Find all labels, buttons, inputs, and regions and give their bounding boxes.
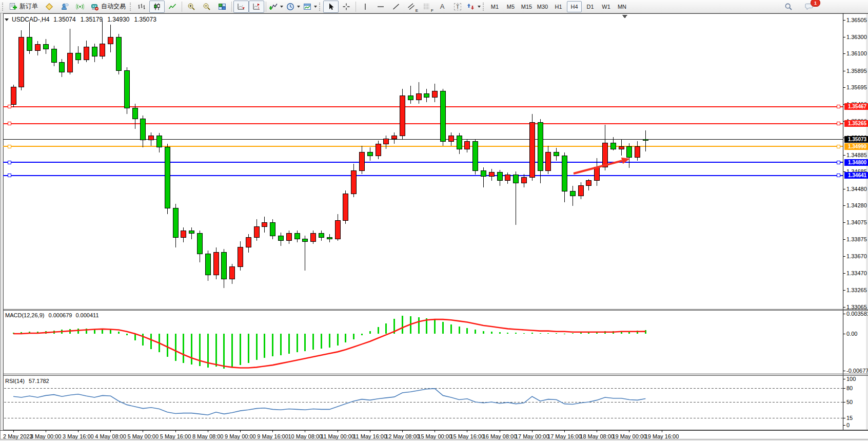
line-handle[interactable] xyxy=(8,122,11,125)
candle-body xyxy=(529,122,535,177)
candle-body xyxy=(238,247,243,266)
line-handle[interactable] xyxy=(8,105,11,108)
macd-histogram-bar xyxy=(272,334,273,356)
timeframe-button-M15[interactable]: M15 xyxy=(519,1,534,12)
candle-body xyxy=(270,222,275,236)
timeframe-button-M1[interactable]: M1 xyxy=(487,1,502,12)
new-order-button[interactable]: 新订单 xyxy=(6,1,42,13)
candle-body xyxy=(343,194,348,221)
channel-button[interactable]: E xyxy=(404,1,419,13)
community-button[interactable] xyxy=(57,1,72,13)
notifications-button[interactable]: 1 xyxy=(801,1,817,13)
ohlc-low: 1.34930 xyxy=(107,16,129,23)
candle-body xyxy=(75,53,81,60)
ohlc-close: 1.35073 xyxy=(134,16,156,23)
toolbar-grip[interactable] xyxy=(483,3,485,11)
candle-body xyxy=(610,143,616,149)
candle-body xyxy=(92,47,97,56)
toolbar-grip[interactable] xyxy=(130,3,132,11)
dropdown-caret-icon[interactable] xyxy=(314,6,317,8)
signals-button[interactable] xyxy=(72,1,88,13)
chart-shift-marker[interactable] xyxy=(622,15,627,18)
macd-histogram-bar xyxy=(564,334,565,334)
search-icon xyxy=(784,3,793,11)
macd-histogram-bar xyxy=(466,328,468,334)
candle-body xyxy=(35,45,40,50)
candle-body xyxy=(84,47,89,60)
macd-histogram-bar xyxy=(475,330,476,334)
toolbar-grip[interactable] xyxy=(2,3,5,11)
line-handle[interactable] xyxy=(837,174,840,177)
zoom-in-button[interactable] xyxy=(184,1,199,13)
candlestick-chart-button[interactable] xyxy=(149,1,165,13)
rsi-scale-label: 15 xyxy=(846,415,853,421)
line-handle[interactable] xyxy=(837,161,840,164)
macd-histogram-bar xyxy=(450,324,452,334)
timeframe-button-MN[interactable]: MN xyxy=(615,1,629,12)
label-tool-letter: T xyxy=(454,3,462,10)
candle-body xyxy=(448,136,453,141)
vertical-line-button[interactable] xyxy=(358,1,373,13)
rsi-label: RSI(14) 57.1782 xyxy=(5,378,49,384)
trendline-button[interactable] xyxy=(388,1,404,13)
indicators-icon xyxy=(269,3,278,11)
crosshair-button[interactable] xyxy=(339,1,354,13)
dropdown-caret-icon[interactable] xyxy=(478,6,481,8)
chart-title: USDCAD-,H4 1.35074 1.35179 1.34930 1.350… xyxy=(5,16,156,23)
cursor-button[interactable] xyxy=(323,1,339,13)
line-handle[interactable] xyxy=(8,145,11,148)
label-button[interactable]: T xyxy=(450,1,465,13)
time-label: 4 May 08:00 xyxy=(95,433,126,439)
macd-histogram-bar xyxy=(547,333,549,334)
text-button[interactable]: A xyxy=(435,1,450,13)
timeframe-button-M5[interactable]: M5 xyxy=(503,1,518,12)
auto-scroll-button[interactable] xyxy=(233,1,249,13)
macd-histogram-bar xyxy=(280,334,282,355)
tile-windows-button[interactable] xyxy=(214,1,230,13)
time-label: 16 May 08:00 xyxy=(483,433,517,439)
auto-trading-button[interactable]: 自动交易 xyxy=(88,1,129,13)
dropdown-caret-icon[interactable] xyxy=(280,6,283,8)
bar-chart-button[interactable] xyxy=(134,1,149,13)
line-handle[interactable] xyxy=(8,161,11,164)
line-handle[interactable] xyxy=(837,105,840,108)
horizontal-line-button[interactable] xyxy=(373,1,388,13)
indicators-button[interactable] xyxy=(268,1,285,13)
timeframe-button-H1[interactable]: H1 xyxy=(551,1,566,12)
timeframe-button-H4[interactable]: H4 xyxy=(567,1,582,12)
dropdown-caret-icon[interactable] xyxy=(297,6,300,8)
rsi-name: RSI(14) xyxy=(5,378,25,384)
timeframe-button-D1[interactable]: D1 xyxy=(583,1,598,12)
chart-ohlc: 1.35074 1.35179 1.34930 1.35073 xyxy=(52,16,156,23)
toolbar-grip[interactable] xyxy=(319,3,322,11)
macd-histogram-bar xyxy=(418,317,420,334)
metaeditor-button[interactable] xyxy=(42,1,57,13)
shapes-button[interactable] xyxy=(465,1,482,13)
templates-button[interactable] xyxy=(302,1,319,13)
rsi-scale-label: 0 xyxy=(846,422,850,428)
line-handle[interactable] xyxy=(837,122,840,125)
candle-body xyxy=(205,254,210,275)
time-label: 3 May 16:00 xyxy=(63,433,94,439)
timeframe-button-M30[interactable]: M30 xyxy=(535,1,550,12)
horizontal-line-icon xyxy=(377,3,385,11)
macd-histogram-bar xyxy=(402,316,403,334)
line-handle[interactable] xyxy=(8,174,11,177)
fibonacci-button[interactable]: F xyxy=(419,1,435,13)
chart-canvas[interactable] xyxy=(0,0,868,441)
macd-histogram-bar xyxy=(167,334,168,357)
candle-body xyxy=(319,233,324,237)
line-chart-button[interactable] xyxy=(165,1,180,13)
periods-button[interactable] xyxy=(285,1,302,13)
macd-histogram-bar xyxy=(134,334,136,340)
macd-histogram-bar xyxy=(378,327,379,334)
annotation-arrow-head[interactable] xyxy=(621,158,630,164)
timeframe-button-W1[interactable]: W1 xyxy=(599,1,614,12)
chart-collapse-icon[interactable] xyxy=(5,18,9,21)
macd-histogram-bar xyxy=(264,334,265,358)
price-tick-label: 1.33670 xyxy=(846,253,867,259)
search-button[interactable] xyxy=(781,1,796,13)
chart-shift-button[interactable] xyxy=(249,1,264,13)
line-handle[interactable] xyxy=(837,145,840,148)
zoom-out-button[interactable] xyxy=(199,1,214,13)
